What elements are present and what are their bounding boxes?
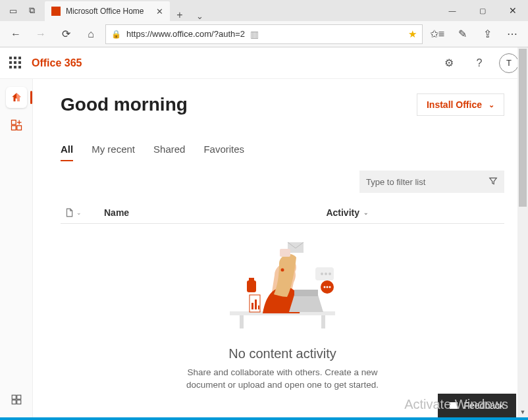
svg-rect-5 — [12, 400, 16, 404]
svg-point-18 — [324, 286, 326, 288]
brand-label[interactable]: Office 365 — [32, 57, 82, 69]
main-content: Good morning Install Office ⌄ All My rec… — [33, 79, 528, 417]
share-icon[interactable]: ⇪ — [477, 24, 498, 45]
empty-title: No content activity — [61, 346, 504, 361]
svg-rect-26 — [258, 305, 259, 309]
settings-icon[interactable]: ⚙ — [438, 53, 460, 74]
svg-rect-4 — [16, 395, 20, 399]
scroll-down-icon[interactable]: ▼ — [517, 407, 528, 417]
tab-favorites[interactable]: Favorites — [203, 144, 244, 161]
svg-rect-22 — [280, 249, 290, 257]
refresh-button[interactable]: ⟳ — [55, 24, 76, 45]
empty-body: Share and collaborate with others. Creat… — [171, 367, 394, 392]
window-minimize-button[interactable]: — — [437, 0, 467, 21]
chevron-down-icon: ⌄ — [363, 209, 369, 216]
chevron-down-icon: ⌄ — [76, 209, 82, 216]
tab-all[interactable]: All — [61, 144, 73, 161]
browser-tab[interactable]: Microsoft Office Home ✕ — [45, 1, 170, 21]
tab-shared[interactable]: Shared — [153, 144, 185, 161]
browser-address-bar: ← → ⟳ ⌂ 🔒 https://www.office.com/?auth=2… — [0, 21, 528, 47]
new-tab-button[interactable]: + — [170, 9, 190, 21]
url-input[interactable]: 🔒 https://www.office.com/?auth=2 ▥ ★ — [105, 24, 423, 44]
column-activity[interactable]: Activity ⌄ — [326, 207, 369, 218]
greeting-heading: Good morning — [61, 94, 188, 115]
more-icon[interactable]: ⋯ — [502, 24, 523, 45]
rail-home-button[interactable] — [6, 87, 27, 108]
svg-rect-0 — [11, 120, 16, 125]
task-view-icon[interactable]: ▭ — [5, 0, 21, 21]
svg-rect-2 — [16, 126, 21, 130]
filter-placeholder: Type to filter list — [366, 177, 425, 187]
browser-titlebar: ▭ ⧉ Microsoft Office Home ✕ + ⌄ — ▢ ✕ — [0, 0, 528, 21]
svg-point-20 — [329, 286, 331, 288]
svg-point-16 — [329, 273, 331, 275]
svg-point-14 — [321, 273, 323, 275]
svg-rect-8 — [240, 315, 244, 328]
vertical-scrollbar[interactable]: ▲ ▼ — [517, 47, 528, 417]
window-close-button[interactable]: ✕ — [498, 0, 528, 21]
scrollbar-thumb[interactable] — [519, 49, 527, 207]
close-tab-icon[interactable]: ✕ — [156, 7, 163, 16]
feedback-icon — [450, 402, 458, 409]
svg-point-15 — [325, 273, 327, 275]
column-name[interactable]: Name — [104, 207, 318, 218]
rail-create-button[interactable] — [10, 118, 23, 135]
install-office-button[interactable]: Install Office ⌄ — [417, 93, 504, 116]
tab-menu-button[interactable]: ⌄ — [190, 11, 209, 21]
browser-tab-title: Microsoft Office Home — [66, 7, 144, 16]
filter-input[interactable]: Type to filter list — [359, 171, 504, 193]
svg-rect-28 — [249, 278, 254, 281]
left-rail — [0, 79, 33, 417]
document-tabs: All My recent Shared Favorites — [61, 144, 504, 161]
svg-rect-12 — [294, 290, 318, 296]
reading-view-icon[interactable]: ▥ — [250, 29, 259, 39]
home-icon — [11, 92, 22, 103]
svg-rect-3 — [12, 395, 16, 399]
office-favicon-icon — [51, 7, 61, 16]
url-text: https://www.office.com/?auth=2 — [126, 29, 245, 39]
chevron-down-icon: ⌄ — [488, 101, 494, 109]
svg-rect-1 — [11, 126, 16, 130]
svg-rect-24 — [251, 303, 253, 309]
app-launcher-icon[interactable] — [9, 57, 22, 70]
account-avatar[interactable]: T — [499, 53, 519, 73]
office-header: Office 365 ⚙ ? T — [0, 47, 528, 79]
home-button[interactable]: ⌂ — [80, 24, 101, 45]
taskbar-edge — [0, 417, 528, 420]
empty-illustration — [217, 236, 348, 334]
favorites-list-icon[interactable]: ✩≡ — [427, 24, 448, 45]
notes-icon[interactable]: ✎ — [452, 24, 473, 45]
file-type-column-icon[interactable]: ⌄ — [65, 207, 82, 218]
help-icon[interactable]: ? — [469, 53, 490, 74]
lock-icon: 🔒 — [111, 30, 121, 39]
forward-button[interactable]: → — [30, 24, 51, 45]
list-header-row: ⌄ Name Activity ⌄ — [61, 202, 504, 224]
svg-rect-9 — [321, 315, 325, 328]
svg-point-19 — [327, 286, 329, 288]
tab-recent[interactable]: My recent — [92, 144, 135, 161]
feedback-button[interactable]: Feedback — [438, 394, 516, 417]
favorite-star-icon[interactable]: ★ — [408, 28, 417, 40]
back-button[interactable]: ← — [5, 24, 26, 45]
filter-icon[interactable] — [488, 176, 498, 188]
svg-rect-6 — [16, 400, 20, 404]
svg-rect-25 — [255, 300, 257, 309]
svg-point-11 — [281, 269, 284, 272]
empty-state: No content activity Share and collaborat… — [61, 236, 504, 392]
rail-apps-button[interactable] — [11, 394, 22, 408]
svg-rect-27 — [247, 280, 256, 292]
tab-aside-icon[interactable]: ⧉ — [24, 0, 40, 21]
window-maximize-button[interactable]: ▢ — [467, 0, 498, 21]
